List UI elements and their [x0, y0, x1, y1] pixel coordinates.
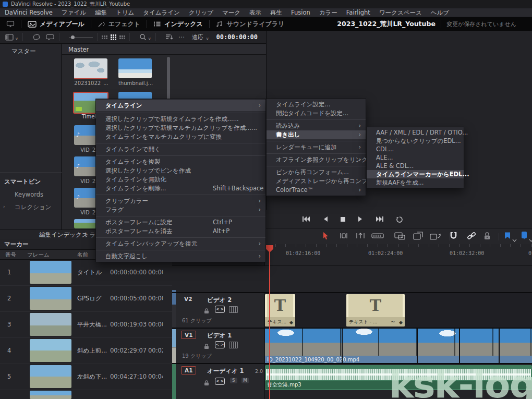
go-to-end-button[interactable]: [375, 216, 384, 222]
menu-view[interactable]: 表示: [249, 9, 261, 17]
auto-select-toggle-icon[interactable]: [215, 341, 225, 348]
usage-filter-button[interactable]: [46, 34, 55, 41]
go-to-start-button[interactable]: [301, 216, 311, 222]
sound-library-toggle[interactable]: サウンドライブラリ: [210, 20, 291, 29]
dynamic-trim-mode-button[interactable]: [355, 232, 366, 242]
smart-bin-keywords[interactable]: Keywords: [15, 191, 43, 198]
menu-item-duplicate-timeline[interactable]: タイムラインを複製: [96, 158, 265, 166]
track-badge-v1[interactable]: V1: [181, 331, 196, 339]
flag-color-chevron[interactable]: [512, 234, 517, 244]
track-header-v1[interactable]: V1 ビデオ 1 19 クリップ: [176, 329, 265, 364]
view-metadata-button[interactable]: [102, 35, 107, 39]
mute-button[interactable]: M: [241, 378, 249, 383]
menu-item-convert-to-multicam[interactable]: タイムラインをマルチカムクリップに変換: [96, 132, 265, 141]
menu-item-set-start-timecode[interactable]: 開始タイムコードを設定...: [267, 109, 366, 118]
replace-clip-button[interactable]: [429, 232, 442, 243]
trim-edit-mode-button[interactable]: [338, 232, 349, 242]
chevron-right-icon[interactable]: ›: [3, 204, 5, 209]
empty-track-view-icon[interactable]: [229, 342, 238, 348]
menu-item-create-timeline-from-clips[interactable]: 選択したクリップで新規タイムラインを作成......: [96, 115, 265, 124]
zoom-fit-mode[interactable]: 適応: [192, 33, 203, 41]
clip-thumbnail-map[interactable]: [74, 58, 107, 79]
menu-mark[interactable]: マーク: [222, 9, 240, 17]
menu-item-delete-timeline[interactable]: タイムラインを削除...Shift+Backspace: [96, 184, 265, 193]
menu-item-disable-timeline[interactable]: タイムラインを無効化: [96, 175, 265, 184]
effects-toggle[interactable]: エフェクト: [91, 20, 147, 29]
loop-button[interactable]: [396, 216, 403, 223]
menu-item-add-to-render-queue[interactable]: レンダーキューに追加: [267, 143, 366, 152]
marker-row-partial[interactable]: [0, 390, 172, 399]
auto-select-toggle-icon[interactable]: [215, 306, 225, 313]
menu-item-generate-new-aaf[interactable]: 新規AAFを生成...: [367, 178, 464, 187]
col-number[interactable]: 番号: [5, 251, 16, 259]
menu-item-timeline[interactable]: タイムライン: [96, 100, 265, 111]
add-flag-button[interactable]: [504, 232, 511, 242]
menu-item-restore-timeline-backup[interactable]: タイムラインバックアップを復元: [96, 239, 265, 248]
menu-edit[interactable]: 編集: [95, 9, 107, 17]
timeline-overview-strip[interactable]: [172, 329, 176, 347]
track-badge-v2[interactable]: V2: [181, 295, 195, 303]
solo-button[interactable]: S: [230, 378, 237, 383]
timeline-overview-strip[interactable]: [172, 305, 176, 329]
marker-row[interactable]: 3 平井大橋... 00:00:19:03 00:00: [0, 311, 172, 338]
selection-mode-button[interactable]: [322, 232, 330, 243]
menu-item-open-in-timeline[interactable]: タイムラインで開く: [96, 145, 265, 154]
razor-edit-mode-button[interactable]: [371, 232, 384, 242]
menu-item-colortrace[interactable]: ColorTrace™: [267, 186, 366, 195]
menu-item-export[interactable]: 書き出し: [267, 130, 366, 139]
media-pool-toggle[interactable]: メディアプール: [21, 20, 91, 29]
menu-item-link-offline-reference[interactable]: オフライン参照クリップをリンク: [267, 155, 366, 164]
overwrite-clip-button[interactable]: [413, 232, 424, 243]
menu-item-export-ale-cdl[interactable]: ALE & CDL...: [367, 162, 464, 170]
more-options-button[interactable]: [178, 33, 185, 41]
track-header-a1[interactable]: A1 オーディオ 1 2.0 S M: [176, 364, 265, 399]
marker-row[interactable]: 5 左斜め下... 00:04:27:10 00:04: [0, 364, 172, 390]
link-clips-button[interactable]: [467, 232, 476, 243]
track-header-v2[interactable]: V2 ビデオ 2 61 クリップ: [176, 293, 265, 328]
bin-panel-toggle[interactable]: [5, 32, 18, 42]
menu-item-export-edl-from-timeline-markers[interactable]: タイムラインマーカーからEDL...: [367, 170, 464, 178]
tab-transcript-partial[interactable]: トラ: [83, 231, 96, 239]
menu-item-export-missing-clips-edl[interactable]: 見つからないクリップのEDL...: [367, 137, 464, 145]
track-badge-a1[interactable]: A1: [181, 366, 196, 374]
menu-fusion[interactable]: Fusion: [291, 9, 310, 16]
playhead-line[interactable]: [269, 245, 270, 399]
play-button[interactable]: [357, 216, 364, 222]
add-marker-button[interactable]: [521, 232, 528, 242]
keyframe-diamond-icon[interactable]: ◆: [289, 320, 293, 325]
search-button[interactable]: [139, 32, 151, 42]
chevron-down-icon[interactable]: [206, 32, 209, 42]
video-clip-thumbnails[interactable]: [265, 329, 532, 356]
view-list-button[interactable]: [119, 35, 125, 39]
track-name-v2[interactable]: ビデオ 2: [207, 296, 232, 304]
menu-item-import[interactable]: 読み込み: [267, 122, 366, 130]
thumbnail-size-slider[interactable]: [69, 37, 93, 38]
marker-row[interactable]: 1 タイトル 00:00:00:00 00:00: [0, 259, 172, 286]
col-frame[interactable]: フレーム: [27, 251, 50, 259]
menu-file[interactable]: ファイル: [62, 9, 86, 17]
menu-item-export-ale[interactable]: ALE...: [367, 153, 464, 162]
menu-davinci-resolve[interactable]: DaVinci Resolve: [5, 9, 53, 16]
menu-trim[interactable]: トリム: [116, 9, 134, 17]
timeline-overview-strip[interactable]: [172, 364, 176, 399]
title-clip[interactable]: T テキスト - ... ~ ◆: [346, 294, 405, 327]
track-lock-icon[interactable]: [203, 306, 210, 312]
timeline-overview-strip[interactable]: [172, 347, 176, 363]
menu-item-reconform-from-bins[interactable]: ビンから再コンフォーム...: [267, 168, 366, 177]
keyframe-diamond-icon[interactable]: ◆: [399, 320, 403, 325]
sort-button[interactable]: [165, 34, 173, 40]
menu-item-export-aaf-xml-edl[interactable]: AAF / XML / EDL / DRT / OTIO...: [367, 128, 464, 137]
marker-row[interactable]: 4 斜め上前... 00:02:29:07 00:02: [0, 337, 172, 364]
empty-track-view-icon[interactable]: [229, 306, 238, 313]
stop-button[interactable]: [340, 216, 346, 222]
menu-item-export-cdl[interactable]: CDL...: [367, 145, 464, 153]
menu-clip[interactable]: クリップ: [189, 9, 213, 17]
menu-item-reconform-from-media-storage[interactable]: メディアストレージから再コンフォーム...: [267, 177, 366, 186]
clip-label[interactable]: 20231022_...: [69, 80, 114, 86]
track-lock-icon[interactable]: [203, 342, 210, 348]
menu-help[interactable]: ヘルプ: [431, 9, 449, 17]
slider-handle[interactable]: [71, 35, 75, 39]
auto-select-toggle-icon[interactable]: [215, 378, 225, 385]
track-name-v1[interactable]: ビデオ 1: [207, 332, 232, 340]
track-name-a1[interactable]: オーディオ 1: [207, 367, 244, 375]
